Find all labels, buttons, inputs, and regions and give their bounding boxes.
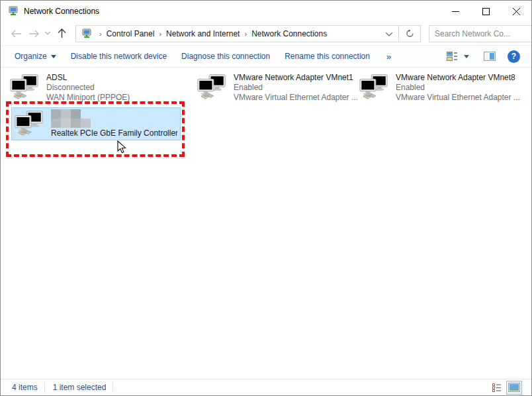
- address-location-icon: [81, 28, 92, 39]
- breadcrumb: › Control Panel › Network and Internet ›…: [95, 26, 327, 42]
- redacted-connection-name: [51, 109, 177, 128]
- items-count: 4 items: [1, 383, 44, 392]
- connection-device: VMware Virtual Ethernet Adapter ...: [234, 93, 358, 103]
- views-dropdown-icon: [464, 55, 469, 58]
- network-connections-app-icon: [8, 6, 19, 17]
- connection-status: Enabled: [234, 83, 358, 93]
- connection-item-adsl[interactable]: .g1 .scr{fill:url(#scrGray)} ADSL Discon…: [7, 72, 177, 105]
- organize-label: Organize: [15, 52, 47, 61]
- breadcrumb-network-connections[interactable]: Network Connections: [251, 29, 327, 38]
- statusbar-divider: [112, 382, 113, 393]
- breadcrumb-chevron-icon: ›: [240, 30, 251, 38]
- organize-dropdown-icon: [51, 55, 56, 58]
- toolbar-overflow-button[interactable]: »: [377, 52, 400, 62]
- connection-item-ethernet-selected[interactable]: .g4 .scr{fill:url(#scrBlue)} Realtek PCI…: [11, 107, 181, 140]
- navigation-bar: › Control Panel › Network and Internet ›…: [1, 22, 531, 46]
- organize-button[interactable]: Organize: [7, 52, 64, 61]
- rename-connection-button[interactable]: Rename this connection: [277, 52, 377, 61]
- details-view-icon: [492, 383, 502, 392]
- back-button[interactable]: [8, 25, 25, 42]
- breadcrumb-chevron-icon: ›: [154, 30, 166, 38]
- selected-count: 1 item selected: [45, 383, 113, 392]
- diagnose-connection-label: Diagnose this connection: [181, 52, 270, 61]
- preview-pane-icon: [484, 52, 496, 61]
- network-adapter-enabled-icon: .g3 .scr{fill:url(#scrBlue)}: [359, 74, 390, 101]
- network-adapter-disabled-icon: .g1 .scr{fill:url(#scrGray)}: [10, 74, 40, 101]
- refresh-button[interactable]: [398, 26, 420, 42]
- mouse-cursor: [117, 140, 127, 154]
- breadcrumb-chevron-icon: ›: [95, 30, 107, 38]
- connection-name: VMware Network Adapter VMnet8: [396, 73, 520, 83]
- command-toolbar: Organize Disable this network device Dia…: [1, 46, 531, 68]
- details-view-button[interactable]: [489, 381, 505, 395]
- connection-status: Enabled: [396, 83, 520, 93]
- connection-status: Disconnected: [46, 83, 130, 93]
- connection-name: ADSL: [46, 73, 130, 83]
- network-adapter-enabled-icon: .g2 .scr{fill:url(#scrBlue)}: [197, 74, 228, 101]
- breadcrumb-control-panel[interactable]: Control Panel: [107, 29, 155, 38]
- large-icons-view-button[interactable]: [506, 381, 522, 395]
- views-icon: [447, 52, 458, 61]
- connection-name: VMware Network Adapter VMnet1: [234, 73, 358, 83]
- network-adapter-enabled-icon: .g4 .scr{fill:url(#scrBlue)}: [15, 110, 45, 138]
- forward-button[interactable]: [25, 25, 42, 42]
- help-icon: ?: [508, 50, 520, 63]
- connection-device: VMware Virtual Ethernet Adapter ...: [396, 93, 520, 103]
- diagnose-connection-button[interactable]: Diagnose this connection: [174, 52, 277, 61]
- status-bar: 4 items 1 item selected: [1, 379, 531, 395]
- disable-device-label: Disable this network device: [71, 52, 167, 61]
- address-bar[interactable]: › Control Panel › Network and Internet ›…: [75, 25, 421, 42]
- large-icons-view-icon: [508, 383, 520, 392]
- up-button[interactable]: [53, 25, 70, 42]
- recent-locations-dropdown[interactable]: [42, 25, 53, 42]
- disable-device-button[interactable]: Disable this network device: [64, 52, 174, 61]
- change-view-button[interactable]: [442, 48, 474, 65]
- preview-pane-button[interactable]: [479, 48, 500, 65]
- rename-connection-label: Rename this connection: [285, 52, 370, 61]
- minimize-button[interactable]: [440, 1, 470, 22]
- connection-item-vmnet1[interactable]: .g2 .scr{fill:url(#scrBlue)} VMware Netw…: [195, 72, 364, 105]
- connection-item-vmnet8[interactable]: .g3 .scr{fill:url(#scrBlue)} VMware Netw…: [357, 72, 530, 105]
- search-input[interactable]: [435, 29, 532, 38]
- close-button[interactable]: [501, 1, 531, 22]
- items-view[interactable]: .g1 .scr{fill:url(#scrGray)} ADSL Discon…: [1, 68, 531, 379]
- titlebar: Network Connections: [1, 1, 531, 22]
- maximize-button[interactable]: [470, 1, 501, 22]
- connection-device: Realtek PCIe GbE Family Controller: [51, 128, 177, 138]
- help-button[interactable]: ?: [503, 48, 525, 65]
- window-title: Network Connections: [24, 7, 99, 16]
- address-dropdown-icon[interactable]: [380, 29, 398, 38]
- breadcrumb-network-and-internet[interactable]: Network and Internet: [166, 29, 240, 38]
- search-box[interactable]: [429, 25, 532, 42]
- network-connections-window: Network Connections: [0, 0, 532, 396]
- connection-device: WAN Miniport (PPPOE): [46, 93, 130, 103]
